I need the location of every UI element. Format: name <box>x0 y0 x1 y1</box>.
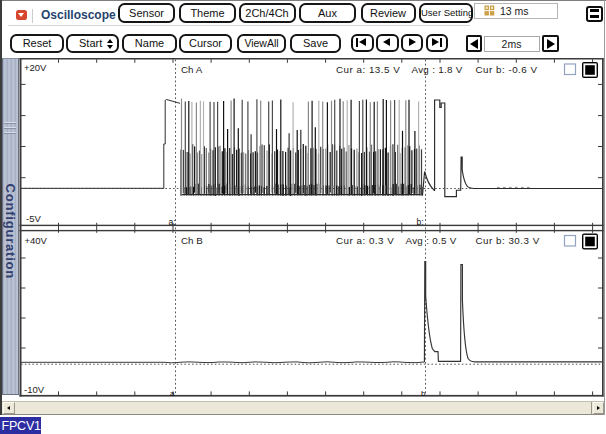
svg-text:Avg : 0.5 V: Avg : 0.5 V <box>406 235 457 246</box>
svg-text:b: b <box>421 389 426 398</box>
svg-text:Cur a: 13.5 V: Cur a: 13.5 V <box>336 64 400 75</box>
svg-text:Ch B: Ch B <box>181 235 203 246</box>
svg-text:Cur b: 30.3 V: Cur b: 30.3 V <box>476 235 540 246</box>
svg-text:+40V: +40V <box>25 235 48 246</box>
svg-text:b:: b: <box>417 217 424 227</box>
svg-text:Cur b: -0.6 V: Cur b: -0.6 V <box>476 64 538 75</box>
svg-text:Ch A: Ch A <box>181 64 203 75</box>
svg-text:a: a <box>170 389 175 398</box>
svg-text:-10V: -10V <box>24 384 45 395</box>
svg-text:Avg : 1.8 V: Avg : 1.8 V <box>412 64 463 75</box>
svg-text:-5V: -5V <box>26 213 41 224</box>
svg-text:Cur a: 0.3 V: Cur a: 0.3 V <box>336 235 394 246</box>
svg-text:+20V: +20V <box>24 62 47 73</box>
svg-text:a:: a: <box>169 217 176 227</box>
